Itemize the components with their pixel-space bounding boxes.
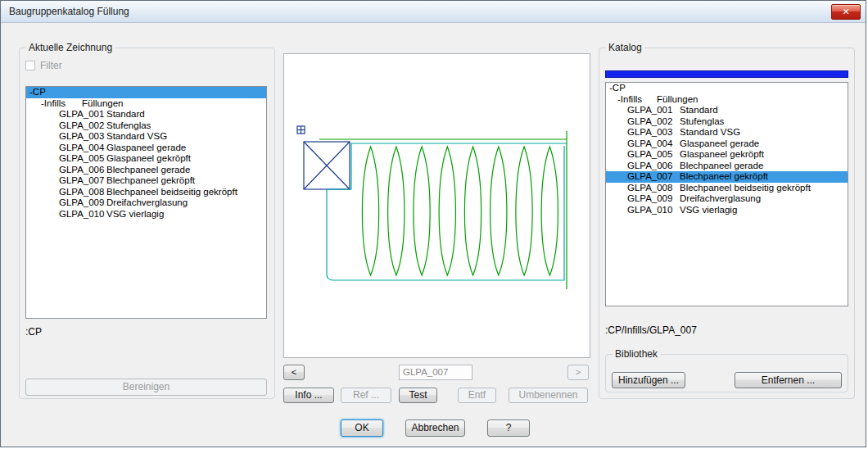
item-desc: Füllungen [657, 94, 698, 106]
insulation-pattern [362, 147, 558, 275]
list-item[interactable]: GLPA_009Dreifachverglasung [606, 193, 848, 205]
item-desc: Glaspaneel gekröpft [680, 149, 764, 161]
list-item[interactable]: GLPA_008Blechpaneel beidseitig gekröpft [606, 183, 848, 194]
list-item[interactable]: GLPA_010VSG vierlagig [26, 209, 266, 220]
delete-button: Entf [458, 388, 496, 403]
help-button[interactable]: ? [487, 420, 530, 437]
group-bibliothek-title: Bibliothek [613, 348, 660, 360]
item-desc: Stufenglas [680, 116, 724, 128]
group-katalog-title: Katalog [606, 42, 644, 53]
list-item[interactable]: GLPA_009Dreifachverglasung [26, 197, 266, 209]
list-item[interactable]: GLPA_006Blechpaneel gerade [606, 161, 848, 172]
list-item[interactable]: GLPA_007Blechpaneel gekröpft [606, 171, 848, 183]
item-desc: VSG vierlagig [680, 205, 737, 216]
item-code: GLPA_009 [59, 197, 104, 209]
title-bar[interactable]: Baugruppenkatalog Füllung ✕ [1, 1, 866, 23]
item-code: GLPA_005 [627, 149, 672, 161]
list-item[interactable]: GLPA_007Blechpaneel gekröpft [26, 175, 266, 187]
next-panel-button: > [567, 365, 589, 380]
preview-drawing [284, 54, 590, 357]
window-title: Baugruppenkatalog Füllung [9, 1, 129, 22]
item-code: GLPA_003 [59, 131, 104, 143]
list-item[interactable]: -CP [606, 83, 848, 94]
list-item[interactable]: GLPA_002Stufenglas [606, 116, 848, 128]
item-code: GLPA_007 [627, 171, 672, 183]
item-code: GLPA_009 [627, 193, 672, 205]
item-code: GLPA_010 [627, 205, 672, 216]
item-code: -Infills [617, 94, 642, 106]
list-item[interactable]: GLPA_010VSG vierlagig [606, 205, 848, 216]
progress-bar [605, 70, 848, 78]
action-buttons: Info ...Ref ...TestEntfUmbenennen [283, 388, 589, 404]
item-desc: Dreifachverglasung [106, 197, 188, 209]
item-desc: Stufenglas [106, 120, 151, 132]
item-desc: Dreifachverglasung [680, 193, 761, 205]
group-aktuelle-zeichnung-title: Aktuelle Zeichnung [26, 42, 115, 53]
item-code: GLPA_001 [627, 105, 672, 116]
item-code: GLPA_006 [627, 161, 672, 172]
list-item[interactable]: GLPA_003Standard VSG [606, 127, 848, 138]
item-code: GLPA_010 [59, 209, 104, 220]
item-code: GLPA_005 [59, 153, 104, 165]
filter-checkbox-label: Filter [40, 60, 62, 71]
dialog-baugruppenkatalog: Baugruppenkatalog Füllung ✕ Aktuelle Zei… [0, 0, 866, 447]
list-item[interactable]: -InfillsFüllungen [606, 94, 848, 106]
insert-marker [297, 126, 305, 134]
item-desc: Glaspaneel gerade [680, 138, 759, 150]
list-item[interactable]: GLPA_008Blechpaneel beidseitig gekröpft [26, 187, 266, 198]
catalog-list[interactable]: -CP-InfillsFüllungenGLPA_001StandardGLPA… [605, 82, 848, 306]
item-desc: Standard VSG [106, 131, 167, 143]
item-code: -Infills [41, 98, 66, 110]
item-code: GLPA_006 [59, 165, 104, 176]
edge-lines [319, 131, 567, 289]
item-code: GLPA_002 [59, 120, 104, 132]
item-desc: Standard [106, 109, 145, 120]
item-code: GLPA_008 [627, 183, 672, 194]
list-item[interactable]: GLPA_001Standard [606, 105, 848, 116]
info-button[interactable]: Info ... [283, 388, 334, 403]
test-button[interactable]: Test [399, 388, 437, 403]
item-desc: Blechpaneel beidseitig gekröpft [106, 187, 237, 198]
list-item[interactable]: GLPA_004Glaspaneel gerade [26, 143, 266, 154]
list-item[interactable]: -CP [26, 87, 266, 98]
item-code: GLPA_007 [59, 175, 104, 187]
cancel-button[interactable]: Abbrechen [405, 420, 465, 437]
close-button[interactable]: ✕ [831, 4, 861, 20]
preview-panel [283, 53, 590, 358]
list-item[interactable]: GLPA_002Stufenglas [26, 120, 266, 132]
item-code: GLPA_002 [627, 116, 672, 128]
prev-panel-button[interactable]: < [283, 365, 305, 380]
item-desc: Standard [680, 105, 718, 116]
catalog-path-label: :CP/Infills/GLPA_007 [605, 324, 697, 336]
clean-button: Bereinigen [25, 379, 267, 396]
remove-button[interactable]: Entfernen ... [735, 372, 842, 388]
panel-name-field: GLPA_007 [399, 365, 472, 380]
list-item[interactable]: GLPA_005Glaspaneel gekröpft [26, 153, 266, 165]
list-item[interactable]: GLPA_003Standard VSG [26, 131, 266, 143]
list-item[interactable]: GLPA_006Blechpaneel gerade [26, 165, 266, 176]
item-code: -CP [609, 83, 626, 94]
item-desc: Blechpaneel beidseitig gekröpft [680, 183, 811, 194]
item-code: -CP [29, 87, 46, 98]
item-desc: Füllungen [82, 98, 124, 110]
mullion-box [304, 142, 350, 189]
list-item[interactable]: GLPA_005Glaspaneel gekröpft [606, 149, 848, 161]
item-desc: Blechpaneel gekröpft [106, 175, 195, 187]
item-code: GLPA_008 [59, 187, 104, 198]
item-code: GLPA_003 [627, 127, 672, 138]
item-desc: Glaspaneel gerade [106, 143, 186, 154]
item-code: GLPA_004 [627, 138, 672, 150]
add-button[interactable]: Hinzufügen ... [612, 372, 685, 388]
list-item[interactable]: GLPA_004Glaspaneel gerade [606, 138, 848, 150]
drawing-list[interactable]: -CP-InfillsFüllungenGLPA_001StandardGLPA… [25, 86, 267, 319]
drawing-path-label: :CP [25, 326, 42, 338]
filter-checkbox [25, 61, 35, 70]
item-desc: Blechpaneel gerade [106, 165, 190, 176]
item-code: GLPA_001 [59, 109, 104, 120]
ok-button[interactable]: OK [341, 420, 383, 437]
ref-button: Ref ... [341, 388, 391, 403]
list-item[interactable]: -InfillsFüllungen [26, 98, 266, 110]
item-desc: Standard VSG [680, 127, 740, 138]
item-desc: Glaspaneel gekröpft [106, 153, 191, 165]
list-item[interactable]: GLPA_001Standard [26, 109, 266, 120]
